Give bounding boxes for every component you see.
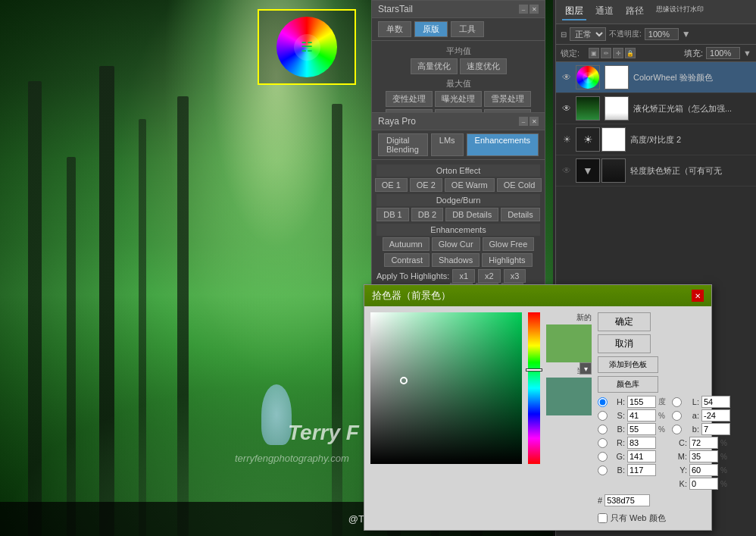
k-input[interactable] bbox=[689, 478, 718, 490]
lock-all[interactable]: 🔒 bbox=[625, 48, 636, 58]
web-color-checkbox[interactable] bbox=[598, 513, 608, 523]
tab-paths[interactable]: 路径 bbox=[623, 3, 647, 20]
s-input[interactable] bbox=[627, 409, 656, 422]
l-input[interactable] bbox=[701, 396, 730, 408]
btn-glow-cur[interactable]: Glow Cur bbox=[432, 237, 480, 251]
stars-tail-minimize[interactable]: – bbox=[519, 5, 528, 14]
btn-oe2[interactable]: OE 2 bbox=[410, 178, 442, 192]
radio-g[interactable] bbox=[598, 452, 608, 462]
m-input[interactable] bbox=[689, 450, 718, 462]
layer-row-brightness[interactable]: ☀ ☀ 高度/对比度 2 bbox=[556, 124, 756, 155]
tab-layers[interactable]: 图层 bbox=[562, 3, 586, 20]
btn-oe1[interactable]: OE 1 bbox=[375, 178, 408, 192]
layer-row-forest[interactable]: 👁 液化矫正光箱（怎么加强... bbox=[556, 93, 756, 124]
b2-label: B: bbox=[610, 465, 625, 475]
g-input[interactable] bbox=[627, 450, 656, 462]
tab-enhancements[interactable]: Enhancements bbox=[467, 133, 539, 156]
fill-input[interactable] bbox=[706, 47, 740, 59]
btn-db1[interactable]: DB 1 bbox=[376, 208, 408, 221]
b3-input[interactable] bbox=[701, 423, 730, 435]
layer-eye-brightness[interactable]: ☀ bbox=[561, 133, 573, 146]
layer-name-skin: 轻度肤色矫正（可有可无 bbox=[630, 165, 751, 177]
a-input[interactable] bbox=[701, 409, 730, 422]
btn-contrast[interactable]: Contrast bbox=[384, 253, 430, 267]
cancel-button[interactable]: 取消 bbox=[598, 334, 651, 353]
tab-siyuan[interactable]: 思缘设计打水印 bbox=[653, 3, 707, 20]
color-gradient-box[interactable] bbox=[370, 312, 522, 464]
color-wheel-circle: ☵ bbox=[276, 17, 337, 77]
fill-label: 填充: bbox=[684, 48, 703, 59]
raya-minimize[interactable]: – bbox=[519, 117, 528, 126]
btn-autumn[interactable]: Autuumn bbox=[383, 237, 430, 251]
btn-exposure[interactable]: 曝光处理 bbox=[435, 91, 482, 107]
ok-button[interactable]: 确定 bbox=[598, 312, 651, 331]
tab-channels[interactable]: 通道 bbox=[592, 3, 617, 20]
radio-b2[interactable] bbox=[598, 465, 608, 475]
tab-tools[interactable]: 工具 bbox=[451, 21, 484, 37]
hex-input[interactable] bbox=[604, 494, 650, 506]
btn-transform[interactable]: 变性处理 bbox=[386, 91, 433, 107]
color-libraries-button[interactable]: 颜色库 bbox=[598, 376, 658, 393]
h-unit: 度 bbox=[658, 397, 666, 407]
b-input[interactable] bbox=[627, 423, 656, 435]
layer-eye-skin[interactable]: 👁 bbox=[561, 165, 573, 177]
lock-transparent[interactable]: ▣ bbox=[589, 48, 599, 58]
btn-db2[interactable]: DB 2 bbox=[411, 208, 443, 221]
tab-lms[interactable]: LMs bbox=[431, 133, 464, 156]
field-g: G: bbox=[598, 450, 666, 462]
stars-tail-close[interactable]: ✕ bbox=[530, 5, 539, 14]
raya-close[interactable]: ✕ bbox=[530, 117, 539, 126]
y-input[interactable] bbox=[689, 464, 718, 476]
radio-b3[interactable] bbox=[672, 425, 682, 434]
btn-highlights[interactable]: Highlights bbox=[482, 253, 532, 267]
c-input[interactable] bbox=[689, 437, 718, 449]
tab-single[interactable]: 单数 bbox=[378, 21, 411, 37]
layer-eye-forest[interactable]: 👁 bbox=[561, 102, 573, 114]
opacity-label: 不透明度: bbox=[609, 29, 642, 39]
btn-highest[interactable]: 高量优化 bbox=[411, 58, 458, 74]
watermark-url: terryfengphotography.com bbox=[235, 453, 349, 464]
a-label: a: bbox=[684, 411, 699, 420]
lock-move[interactable]: ✛ bbox=[613, 48, 623, 58]
btn-db-details[interactable]: DB Details bbox=[445, 208, 498, 221]
btn-glow-free[interactable]: Glow Free bbox=[483, 237, 535, 251]
hue-slider[interactable] bbox=[528, 312, 540, 464]
layer-row-skin[interactable]: 👁 ▼ 轻度肤色矫正（可有可无 bbox=[556, 155, 756, 187]
btn-snow[interactable]: 雪景处理 bbox=[484, 91, 531, 107]
add-to-swatches-button[interactable]: 添加到色板 bbox=[598, 356, 658, 373]
btn-oe-warm[interactable]: OE Warm bbox=[445, 178, 495, 192]
web-color-label: 只有 Web 颜色 bbox=[611, 512, 666, 524]
h-input[interactable] bbox=[627, 396, 656, 408]
radio-h[interactable] bbox=[598, 397, 608, 407]
radio-r[interactable] bbox=[598, 438, 608, 448]
btn-shadows[interactable]: Shadows bbox=[432, 253, 480, 267]
radio-s[interactable] bbox=[598, 411, 608, 421]
color-picker-close[interactable]: ✕ bbox=[692, 290, 704, 302]
lab-cmyk-fields: L: a: b: C: bbox=[672, 396, 730, 490]
btn-row-average: 高量优化 速度优化 bbox=[376, 58, 540, 74]
h-label: H: bbox=[610, 397, 625, 406]
btn-speed-optimize[interactable]: 速度优化 bbox=[460, 58, 507, 74]
layers-title-bar: 图层 通道 路径 思缘设计打水印 bbox=[556, 0, 756, 24]
blend-mode-select[interactable]: 正常 bbox=[570, 27, 606, 41]
btn-details[interactable]: Details bbox=[501, 208, 540, 221]
tab-digital-blending[interactable]: Digital Blending bbox=[378, 133, 428, 156]
opacity-input[interactable] bbox=[645, 28, 679, 40]
radio-l[interactable] bbox=[672, 397, 682, 407]
layer-row-colorwheel[interactable]: 👁 ColorWheel 验验颜色 bbox=[556, 62, 756, 93]
layer-eye-colorwheel[interactable]: 👁 bbox=[561, 71, 573, 83]
hex-symbol: # bbox=[598, 496, 602, 505]
btn-oe-cold[interactable]: OE Cold bbox=[497, 178, 542, 192]
r-input[interactable] bbox=[627, 437, 656, 449]
btn-h-x2[interactable]: x2 bbox=[478, 269, 501, 283]
b2-input[interactable] bbox=[627, 464, 656, 476]
btn-h-x1[interactable]: x1 bbox=[452, 269, 475, 283]
btn-h-x3[interactable]: x3 bbox=[504, 269, 526, 283]
radio-b[interactable] bbox=[598, 425, 608, 434]
radio-a[interactable] bbox=[672, 411, 682, 421]
color-picker-title: 拾色器（前景色） bbox=[372, 289, 451, 302]
lock-paint[interactable]: ✏ bbox=[601, 48, 611, 58]
add-to-palette-btn[interactable]: ▾ bbox=[579, 362, 592, 375]
field-m: M: % bbox=[672, 450, 730, 462]
tab-original[interactable]: 原版 bbox=[414, 21, 448, 37]
